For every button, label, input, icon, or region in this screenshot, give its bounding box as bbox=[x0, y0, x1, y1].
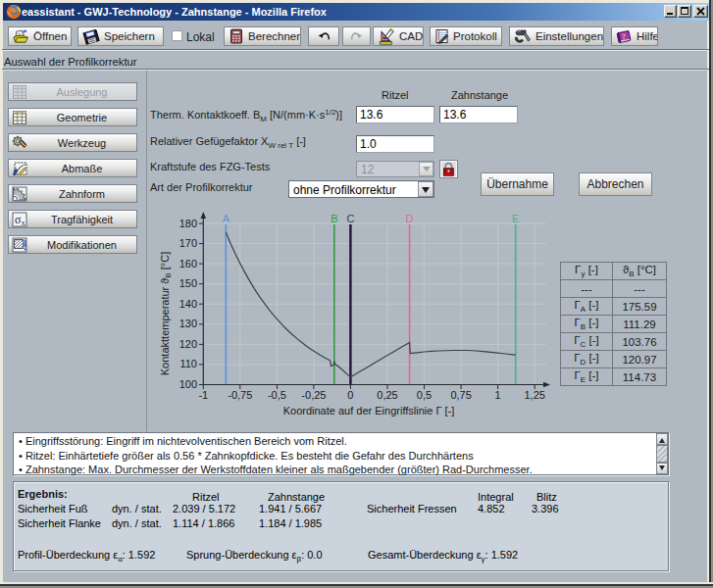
svg-text:-0,5: -0,5 bbox=[268, 389, 286, 401]
svg-text:-0,75: -0,75 bbox=[228, 389, 252, 401]
svg-text:180: 180 bbox=[179, 218, 197, 229]
svg-text:170: 170 bbox=[179, 237, 197, 249]
svg-text:-0,25: -0,25 bbox=[301, 389, 326, 401]
svg-text:D: D bbox=[406, 213, 414, 224]
svg-text:150: 150 bbox=[179, 277, 197, 289]
svg-text:0: 0 bbox=[347, 389, 353, 401]
svg-text:-1: -1 bbox=[198, 389, 208, 401]
svg-text:Kontakttemperatur ϑB [°C]: Kontakttemperatur ϑB [°C] bbox=[159, 252, 173, 375]
svg-text:110: 110 bbox=[179, 358, 197, 369]
svg-text:0,75: 0,75 bbox=[450, 389, 471, 401]
svg-text:100: 100 bbox=[179, 378, 197, 390]
svg-text:E: E bbox=[512, 213, 519, 224]
svg-text:140: 140 bbox=[179, 298, 197, 310]
svg-text:160: 160 bbox=[179, 258, 197, 270]
svg-text:B: B bbox=[331, 213, 337, 224]
svg-text:x: x bbox=[22, 218, 26, 227]
svg-text:Koordinate auf der Eingriffsli: Koordinate auf der Eingriffslinie Γ [-] bbox=[283, 405, 455, 416]
svg-text:0,25: 0,25 bbox=[377, 389, 397, 401]
svg-text:A: A bbox=[223, 213, 230, 224]
svg-text:0,5: 0,5 bbox=[417, 389, 432, 401]
svg-text:1: 1 bbox=[495, 389, 501, 401]
svg-text:1,25: 1,25 bbox=[524, 389, 544, 401]
svg-text:120: 120 bbox=[179, 338, 197, 350]
svg-text:130: 130 bbox=[179, 318, 197, 329]
svg-text:C: C bbox=[346, 213, 354, 224]
